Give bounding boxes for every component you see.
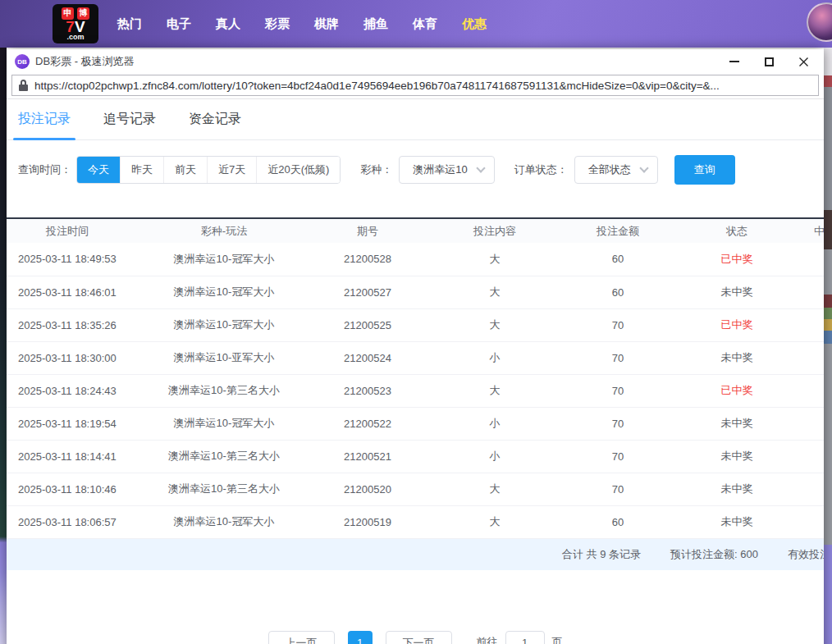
summary-expected-amount: 预计投注金额: 600 [670, 547, 758, 562]
tab-chase-records[interactable]: 追号记录 [103, 111, 156, 139]
search-button[interactable]: 查询 [674, 155, 735, 185]
header-issue: 期号 [294, 218, 441, 243]
url-input[interactable]: https://ctop02pchwp1.zfnc84.com/lottery/… [11, 75, 819, 96]
nav-item-live[interactable]: 真人 [203, 16, 253, 32]
order-status-select[interactable]: 全部状态 [574, 156, 658, 184]
cell-content: 大 [441, 276, 548, 308]
time-option-day-before[interactable]: 前天 [163, 157, 207, 183]
cell-issue: 21200523 [294, 374, 441, 407]
cell-game: 澳洲幸运10-冠军大小 [154, 276, 294, 308]
header-game: 彩种-玩法 [154, 218, 294, 243]
cell-status: 未中奖 [688, 276, 786, 308]
tab-fund-records[interactable]: 资金记录 [189, 111, 241, 139]
cell-bet-time: 2025-03-11 18:46:01 [7, 276, 154, 308]
cell-status: 已中奖 [688, 243, 786, 276]
cell-game: 澳洲幸运10-第三名大小 [154, 440, 294, 473]
cell-content: 小 [441, 440, 548, 473]
site-logo[interactable]: 申 博 7V .com [53, 4, 98, 43]
table-header-row: 投注时间 彩种-玩法 期号 投注内容 投注金额 状态 中奖金额 [7, 218, 824, 243]
time-option-7days[interactable]: 近7天 [207, 157, 256, 183]
table-row: 2025-03-11 18:30:00 澳洲幸运10-亚军大小 21200524… [7, 341, 824, 374]
window-controls [724, 53, 814, 70]
close-icon[interactable] [793, 53, 814, 70]
table-row: 2025-03-11 18:06:57 澳洲幸运10-冠军大小 21200519… [7, 505, 824, 538]
background-page-left-edge [0, 48, 7, 644]
cell-bet-time: 2025-03-11 18:06:57 [7, 505, 154, 538]
nav-item-fishing[interactable]: 捕鱼 [351, 16, 400, 32]
cell-game: 澳洲幸运10-冠军大小 [154, 505, 294, 538]
header-amount: 投注金额 [548, 218, 688, 243]
cell-content: 大 [441, 308, 548, 341]
cell-win-amount: 1 [786, 243, 824, 276]
background-page-right-edge [824, 48, 832, 644]
summary-valid-amount: 有效投注金额 [788, 547, 824, 562]
cell-status: 未中奖 [688, 407, 786, 440]
nav-item-slots[interactable]: 电子 [154, 16, 203, 32]
cell-amount: 70 [548, 407, 688, 440]
tab-bet-records[interactable]: 投注记录 [18, 111, 71, 139]
cell-win-amount [786, 473, 824, 505]
cell-amount: 60 [548, 276, 688, 308]
order-status-label: 订单状态： [514, 162, 568, 177]
nav-item-sports[interactable]: 体育 [400, 16, 450, 32]
cell-bet-time: 2025-03-11 18:30:00 [7, 341, 154, 374]
lock-icon [19, 80, 28, 91]
lottery-type-label: 彩种： [360, 162, 392, 177]
table-row: 2025-03-11 18:10:46 澳洲幸运10-第三名大小 2120052… [7, 473, 824, 505]
cell-issue: 21200527 [294, 276, 441, 308]
cell-issue: 21200528 [294, 243, 441, 276]
maximize-icon[interactable] [758, 53, 779, 70]
cell-win-amount: 1 [786, 374, 824, 407]
cell-content: 大 [441, 473, 548, 505]
window-title: DB彩票 - 极速浏览器 [35, 54, 724, 69]
user-avatar[interactable] [807, 2, 832, 42]
nav-item-lottery[interactable]: 彩票 [253, 16, 302, 32]
cell-status: 未中奖 [688, 440, 786, 473]
url-text: https://ctop02pchwp1.zfnc84.com/lottery/… [34, 80, 720, 92]
table-row: 2025-03-11 18:35:26 澳洲幸运10-冠军大小 21200525… [7, 308, 824, 341]
header-bet-time: 投注时间 [7, 218, 154, 243]
time-option-20days[interactable]: 近20天(低频) [256, 157, 340, 183]
goto-page-suffix: 页 [552, 635, 563, 644]
nav-item-chess[interactable]: 棋牌 [302, 16, 351, 32]
goto-page: 前往 页 [477, 631, 563, 644]
chevron-down-icon [476, 163, 485, 172]
cell-game: 澳洲幸运10-冠军大小 [154, 407, 294, 440]
cell-content: 大 [441, 243, 548, 276]
screen: 申 博 7V .com 热门 电子 真人 彩票 棋牌 捕鱼 体育 优惠 [0, 0, 832, 644]
next-page-button[interactable]: 下一页 [386, 631, 452, 644]
cell-issue: 21200525 [294, 308, 441, 341]
prev-page-button[interactable]: 上一页 [268, 631, 335, 644]
time-range-group: 今天 昨天 前天 近7天 近20天(低频) [76, 156, 341, 184]
cell-content: 小 [441, 407, 548, 440]
goto-page-input[interactable] [505, 631, 545, 644]
minimize-icon[interactable] [724, 53, 745, 70]
bet-records-table: 投注时间 彩种-玩法 期号 投注内容 投注金额 状态 中奖金额 2025-03-… [7, 217, 824, 539]
cell-content: 大 [441, 374, 548, 407]
time-option-yesterday[interactable]: 昨天 [120, 157, 163, 183]
cell-status: 未中奖 [688, 341, 786, 374]
cell-content: 大 [441, 505, 548, 538]
nav-item-hot[interactable]: 热门 [105, 16, 154, 32]
browser-window: DB DB彩票 - 极速浏览器 https://ctop02pchwp1.zfn… [7, 49, 824, 644]
table-row: 2025-03-11 18:14:41 澳洲幸运10-第三名大小 2120052… [7, 440, 824, 473]
record-tabs: 投注记录 追号记录 资金记录 [7, 99, 824, 140]
cell-bet-time: 2025-03-11 18:10:46 [7, 473, 154, 505]
cell-issue: 21200520 [294, 473, 441, 505]
window-titlebar: DB DB彩票 - 极速浏览器 [7, 49, 824, 74]
lottery-type-value: 澳洲幸运10 [413, 162, 467, 177]
nav-item-promo[interactable]: 优惠 [450, 16, 499, 32]
cell-amount: 60 [548, 243, 688, 276]
cell-win-amount: 1 [786, 308, 824, 341]
cell-amount: 70 [548, 341, 688, 374]
cell-issue: 21200522 [294, 407, 441, 440]
cell-amount: 70 [548, 473, 688, 505]
page-number-1[interactable]: 1 [348, 631, 373, 644]
table-row: 2025-03-11 18:24:43 澳洲幸运10-第三名大小 2120052… [7, 374, 824, 407]
table-row: 2025-03-11 18:49:53 澳洲幸运10-冠军大小 21200528… [7, 243, 824, 276]
bet-records-table-wrap: 投注时间 彩种-玩法 期号 投注内容 投注金额 状态 中奖金额 2025-03-… [7, 217, 824, 539]
cell-issue: 21200519 [294, 505, 441, 538]
time-option-today[interactable]: 今天 [77, 157, 120, 183]
lottery-type-select[interactable]: 澳洲幸运10 [399, 156, 494, 184]
cell-amount: 70 [548, 308, 688, 341]
